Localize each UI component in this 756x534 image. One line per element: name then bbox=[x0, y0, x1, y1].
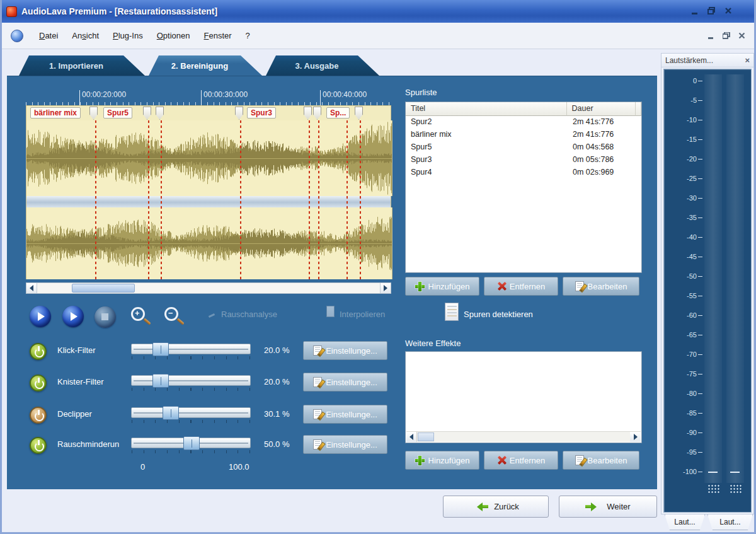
close-icon[interactable] bbox=[724, 6, 732, 17]
waveform-scrollbar[interactable] bbox=[26, 282, 391, 294]
filter-slider[interactable] bbox=[131, 375, 251, 386]
marker-pin-icon[interactable] bbox=[355, 107, 363, 120]
track-remove-label: Entfernen bbox=[510, 282, 545, 291]
marker-label[interactable]: Sp... bbox=[326, 107, 350, 119]
menu-item-datei[interactable]: Datei bbox=[32, 28, 65, 44]
meter-scale-tick bbox=[698, 257, 702, 257]
wizard-tab-2[interactable]: 2. Bereinigung bbox=[149, 55, 262, 76]
filter-slider[interactable] bbox=[131, 438, 251, 448]
filter-power-toggle[interactable] bbox=[30, 343, 47, 360]
slider-thumb[interactable] bbox=[152, 374, 169, 388]
track-remove-button[interactable]: Entfernen bbox=[484, 277, 558, 296]
marker-label[interactable]: Spur5 bbox=[103, 107, 132, 119]
marker-pin-icon[interactable] bbox=[313, 107, 321, 120]
meter-tab-2[interactable]: Laut... bbox=[707, 514, 753, 530]
scroll-thumb[interactable] bbox=[72, 284, 135, 293]
play-button[interactable] bbox=[30, 306, 51, 327]
waveform-channel-left[interactable] bbox=[26, 120, 392, 196]
filter-power-toggle[interactable] bbox=[30, 437, 47, 454]
meter-scale-label: -75 bbox=[667, 370, 697, 378]
effect-add-button[interactable]: Hinzufügen bbox=[405, 451, 479, 470]
table-row[interactable]: bärliner mix2m 41s:776 bbox=[406, 129, 641, 141]
effects-scroll-left-icon[interactable] bbox=[406, 432, 417, 442]
back-button[interactable]: Zurück bbox=[443, 496, 549, 518]
meter-scale-tick bbox=[698, 198, 702, 199]
slider-thumb[interactable] bbox=[183, 436, 200, 450]
marker-pin-icon[interactable] bbox=[89, 107, 98, 120]
spuren-detektieren-button[interactable]: Spuren detektieren bbox=[464, 310, 533, 319]
filter-settings-button[interactable]: Einstellunge... bbox=[303, 405, 387, 424]
back-arrow-icon bbox=[472, 502, 488, 511]
filter-settings-button[interactable]: Einstellunge... bbox=[303, 435, 387, 454]
meter-panel-titlebar[interactable]: Lautstärkem... × bbox=[662, 54, 753, 67]
effects-list[interactable] bbox=[405, 351, 642, 443]
track-edit-button[interactable]: Bearbeiten bbox=[563, 277, 639, 296]
interpolieren-button[interactable]: Interpolieren bbox=[340, 310, 385, 319]
rauschanalyse-button[interactable]: Rauschanalyse bbox=[221, 310, 277, 319]
marker-pin-icon[interactable] bbox=[156, 107, 164, 120]
zoom-out-icon[interactable]: − bbox=[164, 307, 178, 321]
filter-settings-button[interactable]: Einstellunge... bbox=[303, 373, 387, 392]
settings-icon bbox=[313, 377, 322, 387]
marker-label[interactable]: bärliner mix bbox=[30, 107, 81, 119]
wizard-tab-1[interactable]: 1. Importieren bbox=[19, 55, 145, 76]
effects-scrollbar[interactable] bbox=[406, 431, 641, 442]
meter-scale-label: -15 bbox=[667, 136, 697, 143]
filter-slider[interactable] bbox=[131, 407, 251, 418]
spurliste-table[interactable]: TitelDauer Spur22m 41s:776bärliner mix2m… bbox=[405, 102, 642, 273]
mdi-close-icon[interactable] bbox=[738, 30, 745, 42]
slider-thumb[interactable] bbox=[163, 406, 179, 420]
waveform-channel-right[interactable] bbox=[26, 207, 392, 279]
table-row[interactable]: Spur22m 41s:776 bbox=[406, 116, 641, 129]
menu-item-plugins[interactable]: Plug-Ins bbox=[106, 28, 150, 44]
effect-remove-button[interactable]: Entfernen bbox=[484, 451, 558, 470]
title-bar[interactable]: AudioLava Premium - [Restaurationsassist… bbox=[0, 0, 756, 23]
effect-edit-button[interactable]: Bearbeiten bbox=[563, 451, 639, 470]
slider-thumb[interactable] bbox=[152, 342, 169, 356]
effects-scroll-right-icon[interactable] bbox=[630, 432, 641, 442]
meter-scale-tick bbox=[698, 315, 702, 316]
effects-scroll-thumb[interactable] bbox=[418, 432, 434, 441]
marker-label[interactable]: Spur3 bbox=[247, 107, 276, 119]
menu-item-optionen[interactable]: Optionen bbox=[150, 28, 197, 44]
marker-pin-icon[interactable] bbox=[143, 107, 151, 120]
document-menu-icon[interactable] bbox=[11, 30, 23, 42]
stop-button[interactable] bbox=[94, 306, 116, 328]
menu-item-ansicht[interactable]: Ansicht bbox=[65, 28, 106, 44]
restore-icon[interactable] bbox=[707, 6, 716, 17]
meter-tab-1[interactable]: Laut... bbox=[665, 514, 705, 530]
zoom-in-icon[interactable]: + bbox=[131, 307, 145, 321]
table-row[interactable]: Spur50m 04s:568 bbox=[406, 141, 641, 154]
column-header-titel[interactable]: Titel bbox=[406, 102, 567, 116]
timeline-label: 00:00:30:000 bbox=[203, 90, 248, 99]
filter-power-toggle[interactable] bbox=[30, 374, 47, 392]
meter-close-icon[interactable]: × bbox=[745, 55, 750, 65]
minimize-icon[interactable] bbox=[691, 6, 699, 17]
mdi-minimize-icon[interactable] bbox=[707, 30, 714, 42]
marker-pin-icon[interactable] bbox=[235, 107, 243, 120]
wizard-tab-3[interactable]: 3. Ausgabe bbox=[266, 55, 379, 76]
cell-dauer: 2m 41s:776 bbox=[568, 116, 637, 129]
column-header-dauer[interactable]: Dauer bbox=[567, 102, 636, 116]
marker-row[interactable]: bärliner mixSpur5Spur3Sp... bbox=[26, 105, 391, 120]
scroll-right-icon[interactable] bbox=[380, 283, 391, 293]
meter-scale-label: -20 bbox=[667, 155, 697, 163]
meter-readout-right bbox=[730, 484, 742, 494]
menu-item-fenster[interactable]: Fenster bbox=[197, 28, 238, 44]
table-row[interactable]: Spur40m 02s:969 bbox=[406, 166, 641, 179]
filter-slider[interactable] bbox=[131, 344, 251, 354]
filter-power-toggle[interactable] bbox=[30, 407, 47, 424]
track-add-button[interactable]: Hinzufügen bbox=[405, 277, 479, 296]
timeline-ruler[interactable]: 00:00:20:00000:00:30:00000:00:40:000 bbox=[26, 89, 391, 105]
meter-scale-tick bbox=[698, 218, 702, 218]
cut-marker-line bbox=[148, 120, 149, 279]
table-row[interactable]: Spur30m 05s:786 bbox=[406, 154, 641, 166]
settings-icon bbox=[313, 345, 322, 356]
play-selection-button[interactable] bbox=[62, 306, 84, 327]
filter-settings-button[interactable]: Einstellunge... bbox=[303, 341, 387, 360]
marker-pin-icon[interactable] bbox=[304, 107, 312, 120]
next-button[interactable]: Weiter bbox=[559, 496, 657, 518]
scroll-left-icon[interactable] bbox=[26, 283, 37, 293]
menu-item-?[interactable]: ? bbox=[239, 28, 257, 44]
mdi-restore-icon[interactable] bbox=[723, 30, 730, 42]
